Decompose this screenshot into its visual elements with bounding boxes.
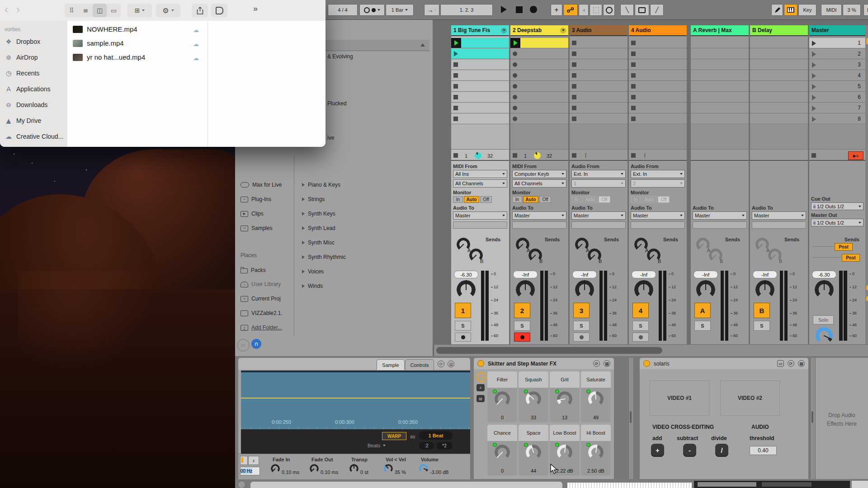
monitor-off-button[interactable]: Off bbox=[658, 196, 670, 203]
track-header[interactable]: 3 Audio bbox=[570, 25, 627, 36]
clip-slot-empty[interactable] bbox=[629, 70, 687, 81]
clip-slot-empty[interactable] bbox=[570, 92, 627, 103]
clip-slot-empty[interactable] bbox=[510, 81, 568, 92]
action-menu-button[interactable]: ⚙ bbox=[156, 4, 180, 17]
volume-field[interactable]: -Inf bbox=[572, 271, 597, 278]
sidebar-item-my-drive[interactable]: ▲My Drive bbox=[5, 117, 41, 124]
sidebar-item-max-for-live[interactable]: Max for Live bbox=[241, 182, 282, 188]
track-stop-button[interactable] bbox=[453, 153, 458, 158]
track-column-1[interactable]: 1 Big Tune Fis 1 32 MIDI From bbox=[451, 25, 509, 344]
play-button[interactable] bbox=[497, 4, 510, 15]
clip-stop-button[interactable] bbox=[631, 52, 636, 56]
clip-stop-button[interactable] bbox=[572, 117, 576, 121]
tags-button[interactable] bbox=[211, 4, 227, 17]
clip-slot[interactable] bbox=[451, 49, 509, 59]
add-button[interactable]: + bbox=[651, 444, 664, 457]
macro-hi-boost[interactable]: Hi Boost 2.50 dB bbox=[581, 425, 611, 475]
back-icon[interactable]: ‹ bbox=[5, 3, 8, 16]
clip-record-button[interactable] bbox=[513, 62, 517, 67]
chevron-down-icon[interactable] bbox=[560, 28, 566, 33]
output-chooser[interactable]: Master bbox=[693, 211, 747, 220]
pan-knob[interactable] bbox=[755, 280, 774, 299]
metronome-button[interactable] bbox=[359, 4, 385, 16]
browser-item-partial[interactable]: Plucked bbox=[327, 100, 347, 107]
arm-button[interactable] bbox=[632, 333, 649, 342]
clip-slot-empty[interactable] bbox=[510, 60, 568, 70]
save-icon[interactable]: ▤ bbox=[798, 360, 805, 367]
clip-slot-empty[interactable] bbox=[570, 114, 627, 124]
sidebar-item-airdrop[interactable]: ⊚AirDrop bbox=[5, 54, 38, 61]
cue-out-chooser[interactable]: ii 1/2 Outs 1/2 bbox=[811, 202, 863, 210]
scene-slot[interactable]: 8 bbox=[809, 114, 865, 124]
pan-knob[interactable] bbox=[457, 280, 476, 299]
video1-dropzone[interactable]: VIDEO #1 bbox=[650, 380, 709, 416]
output-chooser[interactable]: Master bbox=[631, 211, 685, 220]
return-track-a[interactable]: A Reverb | Max Audio To Master Sends bbox=[691, 25, 749, 344]
master-track[interactable]: Master 1 2 3 4 5 6 7 8 ▶≡ Cue Out ii 1/2… bbox=[809, 25, 865, 344]
track-header[interactable]: 4 Audio bbox=[629, 25, 687, 36]
stop-all-clips-button[interactable] bbox=[811, 153, 816, 158]
file-row[interactable]: NOWHERE.mp4 bbox=[73, 25, 137, 33]
category-voices[interactable]: Voices bbox=[302, 268, 324, 275]
list-view-icon[interactable]: ≡ bbox=[79, 4, 93, 17]
monitor-in-button[interactable]: In bbox=[512, 196, 522, 203]
clip-stop-button[interactable] bbox=[572, 41, 576, 45]
category-synth-keys[interactable]: Synth Keys bbox=[302, 211, 335, 217]
hot-swap-icon[interactable]: ⇄ bbox=[237, 339, 250, 352]
category-winds[interactable]: Winds bbox=[302, 283, 323, 289]
output-chooser[interactable]: Master bbox=[512, 211, 566, 220]
clip-slot-empty[interactable] bbox=[629, 92, 687, 103]
save-icon[interactable]: ▤ bbox=[604, 360, 610, 367]
input-channel-chooser[interactable]: All Channels bbox=[453, 179, 507, 188]
monitor-off-button[interactable]: Off bbox=[480, 196, 492, 203]
sidebar-item-applications[interactable]: AApplications bbox=[5, 85, 51, 93]
key-map-button[interactable]: Key bbox=[798, 4, 816, 16]
monitor-off-button[interactable]: Off bbox=[599, 196, 610, 203]
monitor-auto-button[interactable]: Auto bbox=[523, 196, 538, 203]
device-titlebar[interactable]: solaris ▭ ⟳ ▤ bbox=[640, 358, 808, 369]
record-button[interactable] bbox=[527, 4, 540, 15]
track-activator[interactable]: 1 bbox=[455, 303, 471, 318]
output-chooser[interactable]: Master bbox=[752, 211, 806, 220]
macro-filter[interactable]: Filter 0 bbox=[487, 371, 517, 422]
column-divider[interactable] bbox=[208, 21, 208, 147]
sample-rate-field[interactable]: 00 Hz bbox=[240, 467, 260, 475]
clip-slot-empty[interactable] bbox=[451, 60, 509, 70]
tab-sample[interactable]: Sample bbox=[377, 359, 405, 370]
solo-button[interactable]: S bbox=[455, 321, 471, 331]
clip-stop-button[interactable] bbox=[631, 62, 636, 67]
volume-field[interactable]: -6.30 bbox=[454, 271, 478, 278]
threshold-field[interactable]: 0.40 bbox=[750, 446, 777, 455]
sidebar-item-clips[interactable]: ▶Clips bbox=[241, 211, 264, 217]
sidebar-item-add-folder[interactable]: +Add Folder... bbox=[241, 324, 282, 331]
track-header[interactable]: 2 Deepstab bbox=[510, 25, 568, 36]
track-activator[interactable]: 2 bbox=[514, 303, 530, 318]
quantization-menu[interactable]: 1 Bar bbox=[386, 4, 414, 16]
clip-stop-button[interactable] bbox=[631, 117, 636, 121]
scene-slot[interactable]: 5 bbox=[809, 81, 865, 92]
volume-field[interactable]: -Inf bbox=[632, 271, 656, 278]
icon-view-icon[interactable]: ⠿ bbox=[65, 4, 79, 17]
clip-launch-button[interactable] bbox=[451, 38, 461, 48]
track-header[interactable]: B Delay bbox=[750, 25, 808, 36]
warp-button[interactable]: WARP bbox=[382, 432, 406, 440]
forward-icon[interactable]: › bbox=[16, 3, 20, 16]
signature-note-box[interactable]: ♪ bbox=[248, 456, 259, 465]
macro-squash[interactable]: Squash 33 bbox=[519, 371, 548, 422]
sidebar-item-downloads[interactable]: ⊖Downloads bbox=[5, 101, 47, 108]
clip-record-button[interactable] bbox=[513, 52, 517, 56]
capture-button[interactable] bbox=[590, 4, 602, 16]
sidebar-item-recents[interactable]: ◷Recents bbox=[5, 70, 39, 77]
clip-slot-empty[interactable] bbox=[629, 49, 687, 59]
clip-slot-empty[interactable] bbox=[510, 114, 568, 124]
toolbar-overflow-icon[interactable]: » bbox=[253, 4, 258, 14]
macro-chance[interactable]: Chance 0 bbox=[487, 425, 517, 475]
arrangement-position[interactable]: 1. 2. 3 bbox=[440, 4, 493, 16]
input-channel-chooser[interactable]: 1 bbox=[571, 179, 626, 188]
stop-button[interactable] bbox=[513, 4, 525, 15]
hot-swap-icon[interactable]: ⟳ bbox=[788, 360, 794, 367]
macro-grit[interactable]: Grit 13 bbox=[550, 371, 580, 422]
volume-field[interactable]: -Inf bbox=[693, 271, 718, 278]
column-view-icon[interactable]: ◫ bbox=[93, 4, 107, 17]
clip-stop-button[interactable] bbox=[572, 73, 576, 78]
